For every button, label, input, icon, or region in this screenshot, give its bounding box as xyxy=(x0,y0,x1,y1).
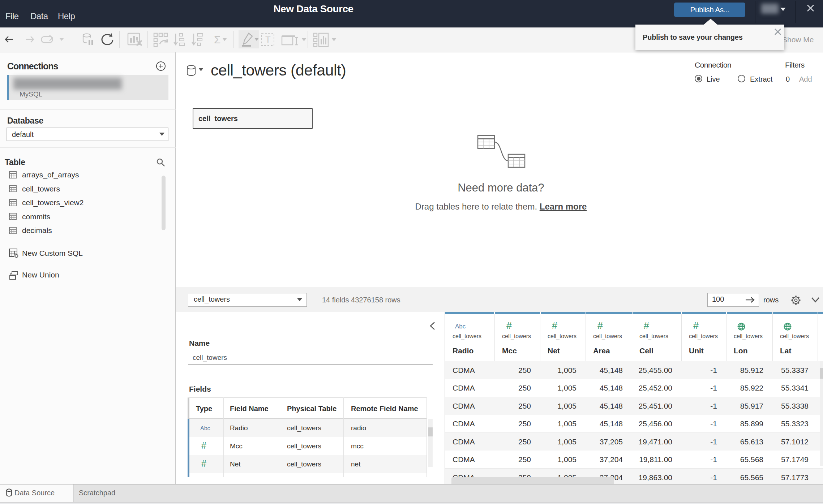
svg-text:T: T xyxy=(265,35,271,44)
